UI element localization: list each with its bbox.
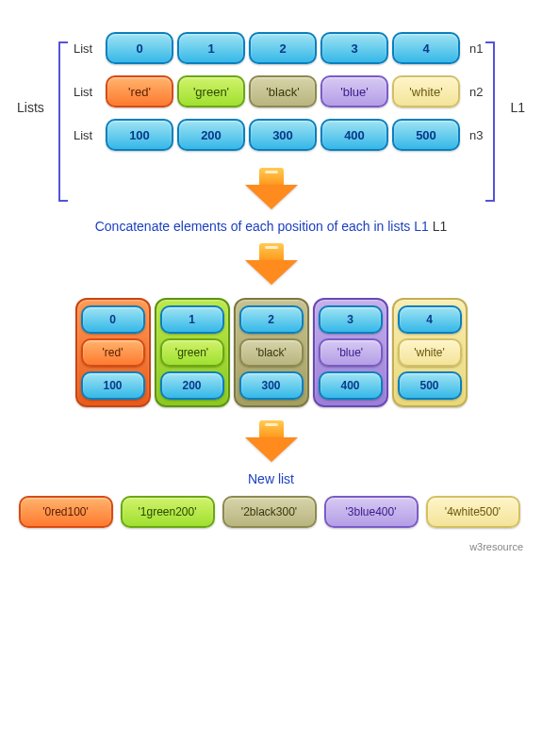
n1-label: n1	[469, 41, 483, 56]
cell: 500	[398, 371, 462, 400]
bracket-left	[58, 41, 68, 202]
cell: '1green200'	[121, 496, 215, 528]
new-list-row: '0red100' '1green200' '2black300' '3blue…	[9, 496, 533, 528]
cell: 200	[177, 119, 245, 151]
cell: 'black'	[249, 75, 317, 107]
n2-label: n2	[469, 85, 483, 99]
l1-inline-label: L1	[433, 219, 448, 234]
column: 4 'white' 500	[392, 298, 468, 407]
cell: 1	[177, 32, 245, 64]
column: 3 'blue' 400	[313, 298, 388, 407]
column: 1 'green' 200	[155, 298, 230, 407]
cell: 100	[106, 119, 173, 151]
cell: 300	[249, 119, 317, 151]
lists-label: Lists	[17, 100, 44, 115]
cell: 'blue'	[320, 75, 388, 107]
cell: 4	[392, 32, 460, 64]
caption-text: Concatenate elements of each position of…	[95, 219, 429, 234]
cell: '2black300'	[222, 496, 317, 528]
cell: 'green'	[177, 75, 245, 107]
cell: 'black'	[239, 338, 304, 367]
list-label: List	[74, 41, 106, 56]
cell: 'white'	[392, 75, 460, 107]
cell: 4	[398, 305, 462, 334]
cell: 1	[160, 305, 224, 334]
cell: '4white500'	[426, 496, 520, 528]
cell: 3	[319, 305, 383, 334]
cell: 400	[320, 119, 388, 151]
cell: 'red'	[81, 338, 145, 367]
arrow-down-icon	[9, 168, 533, 209]
cell: 400	[319, 371, 383, 400]
footer-credit: w3resource	[9, 541, 533, 552]
list-label: List	[74, 128, 106, 142]
list-label: List	[74, 85, 106, 99]
cell: 2	[239, 305, 304, 334]
list-row-1: List 0 1 2 3 4 n1	[74, 32, 533, 64]
bracket-right	[485, 41, 495, 202]
l1-outer-label: L1	[510, 100, 525, 115]
cell: 'green'	[160, 338, 224, 367]
cell: '0red100'	[19, 496, 113, 528]
cell: 200	[160, 371, 224, 400]
cell: 0	[81, 305, 145, 334]
caption-newlist: New list	[9, 471, 533, 486]
cell: 0	[106, 32, 173, 64]
caption-concat: Concatenate elements of each position of…	[9, 219, 533, 234]
grouped-columns: 0 'red' 100 1 'green' 200 2 'black' 300 …	[9, 298, 533, 407]
cell: 3	[320, 32, 388, 64]
cell: 2	[249, 32, 317, 64]
cell: 'blue'	[319, 338, 383, 367]
cell: 300	[239, 371, 304, 400]
arrow-down-icon	[9, 420, 533, 462]
list-row-2: List 'red' 'green' 'black' 'blue' 'white…	[74, 75, 533, 107]
n3-label: n3	[469, 128, 483, 142]
diagram-root: Lists L1 List 0 1 2 3 4 n1 List 'red' 'g…	[9, 32, 533, 552]
column: 0 'red' 100	[75, 298, 151, 407]
column: 2 'black' 300	[234, 298, 309, 407]
cell: 500	[392, 119, 460, 151]
arrow-down-icon	[9, 243, 533, 285]
cell: 100	[81, 371, 145, 400]
cell: 'white'	[398, 338, 462, 367]
cell: 'red'	[106, 75, 173, 107]
cell: '3blue400'	[324, 496, 419, 528]
list-row-3: List 100 200 300 400 500 n3	[74, 119, 533, 151]
